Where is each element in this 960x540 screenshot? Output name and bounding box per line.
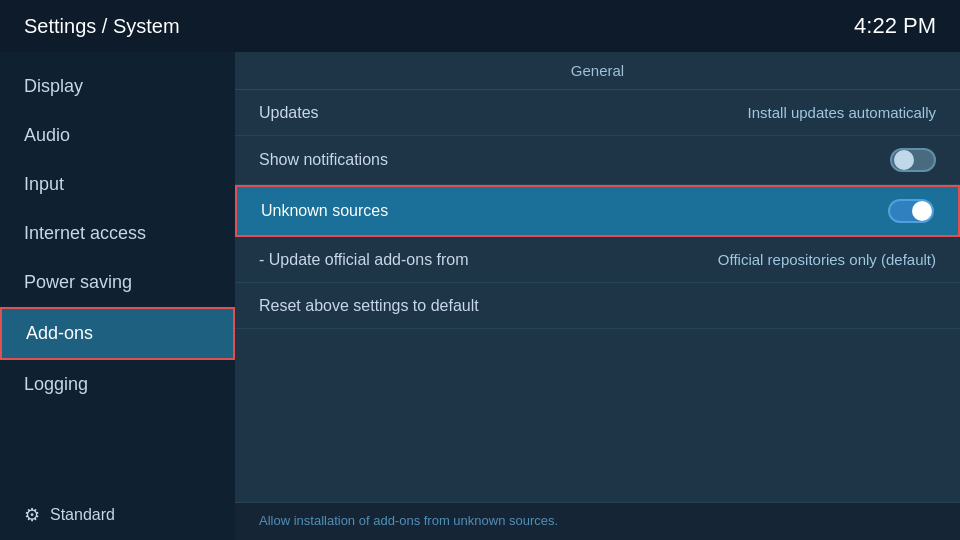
sidebar-item-add-ons[interactable]: Add-ons <box>0 307 235 360</box>
header: Settings / System 4:22 PM <box>0 0 960 52</box>
setting-row-reset[interactable]: Reset above settings to default <box>235 283 960 329</box>
unknown-sources-label: Unknown sources <box>261 202 388 220</box>
unknown-sources-toggle-knob <box>912 201 932 221</box>
unknown-sources-toggle[interactable] <box>888 199 934 223</box>
updates-label: Updates <box>259 104 319 122</box>
sidebar-item-power-saving[interactable]: Power saving <box>0 258 235 307</box>
setting-row-updates[interactable]: Updates Install updates automatically <box>235 90 960 136</box>
status-text: Allow installation of add-ons from unkno… <box>259 513 558 528</box>
sidebar-bottom-standard: ⚙ Standard <box>0 490 235 540</box>
sidebar-item-logging[interactable]: Logging <box>0 360 235 409</box>
status-bar: Allow installation of add-ons from unkno… <box>235 502 960 540</box>
page-title: Settings / System <box>24 15 180 38</box>
update-official-label: - Update official add-ons from <box>259 251 469 269</box>
main-layout: Display Audio Input Internet access Powe… <box>0 52 960 540</box>
setting-row-show-notifications[interactable]: Show notifications <box>235 136 960 185</box>
show-notifications-label: Show notifications <box>259 151 388 169</box>
section-header-general: General <box>235 52 960 90</box>
sidebar-item-audio[interactable]: Audio <box>0 111 235 160</box>
main-content: General Updates Install updates automati… <box>235 52 960 540</box>
reset-label: Reset above settings to default <box>259 297 479 315</box>
update-official-value: Official repositories only (default) <box>718 251 936 268</box>
settings-list: Updates Install updates automatically Sh… <box>235 90 960 502</box>
sidebar: Display Audio Input Internet access Powe… <box>0 52 235 540</box>
setting-row-unknown-sources[interactable]: Unknown sources <box>235 185 960 237</box>
sidebar-item-display[interactable]: Display <box>0 62 235 111</box>
sidebar-item-input[interactable]: Input <box>0 160 235 209</box>
profile-label: Standard <box>50 506 115 524</box>
show-notifications-toggle-knob <box>894 150 914 170</box>
setting-row-update-official[interactable]: - Update official add-ons from Official … <box>235 237 960 283</box>
gear-icon: ⚙ <box>24 504 40 526</box>
clock: 4:22 PM <box>854 13 936 39</box>
sidebar-item-internet-access[interactable]: Internet access <box>0 209 235 258</box>
show-notifications-toggle[interactable] <box>890 148 936 172</box>
updates-value: Install updates automatically <box>748 104 936 121</box>
